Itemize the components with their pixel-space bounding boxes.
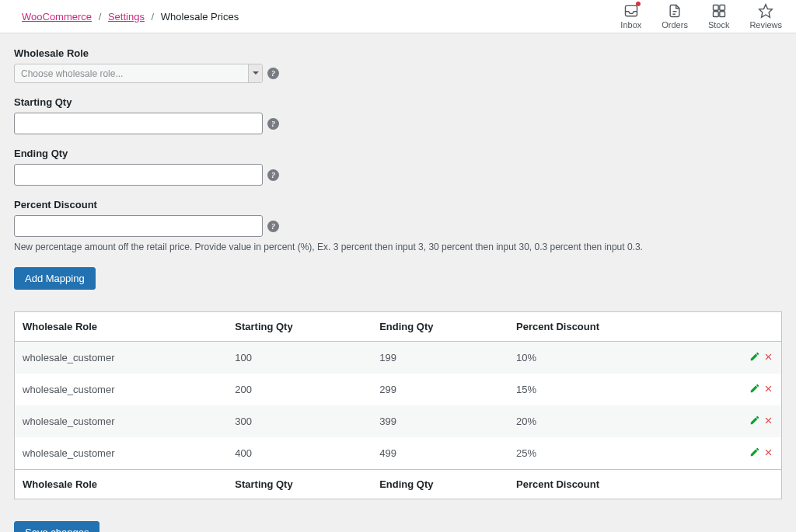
inbox-icon	[623, 3, 639, 19]
reviews-label: Reviews	[749, 20, 782, 30]
cell-actions	[703, 342, 781, 374]
notification-dot-icon	[636, 2, 641, 6]
orders-icon	[667, 3, 683, 19]
starting-qty-field: Starting Qty ?	[14, 96, 782, 134]
svg-rect-4	[719, 12, 724, 17]
tf-role: Wholesale Role	[15, 470, 228, 499]
inbox-action[interactable]: Inbox	[620, 3, 641, 30]
mappings-table: Wholesale Role Starting Qty Ending Qty P…	[14, 311, 782, 499]
inbox-label: Inbox	[620, 20, 641, 30]
cell-role: wholesale_customer	[15, 374, 228, 405]
ending-qty-input[interactable]	[14, 164, 263, 186]
delete-icon[interactable]	[763, 416, 773, 428]
breadcrumb-woocommerce[interactable]: WooCommerce	[22, 11, 92, 23]
cell-ending-qty: 499	[372, 437, 508, 470]
cell-role: wholesale_customer	[15, 437, 228, 470]
cell-ending-qty: 199	[372, 342, 508, 374]
chevron-down-icon	[248, 64, 262, 82]
help-icon[interactable]: ?	[267, 221, 279, 232]
wholesale-role-label: Wholesale Role	[14, 47, 782, 59]
save-changes-button[interactable]: Save changes	[14, 521, 100, 532]
help-icon[interactable]: ?	[267, 118, 279, 130]
stock-icon	[711, 3, 727, 19]
star-icon	[758, 3, 773, 19]
svg-rect-2	[719, 5, 724, 11]
cell-actions	[703, 437, 781, 470]
tf-ending-qty: Ending Qty	[372, 470, 508, 499]
delete-icon[interactable]	[763, 384, 773, 396]
table-body: wholesale_customer10019910%wholesale_cus…	[15, 342, 782, 470]
edit-icon[interactable]	[749, 383, 760, 396]
edit-icon[interactable]	[749, 351, 760, 364]
wholesale-role-field: Wholesale Role Choose wholesale role... …	[14, 47, 782, 83]
table-row: wholesale_customer40049925%	[15, 437, 782, 470]
svg-marker-5	[759, 5, 773, 18]
help-icon[interactable]: ?	[267, 68, 279, 79]
help-icon[interactable]: ?	[267, 169, 279, 181]
th-percent: Percent Discount	[508, 312, 703, 342]
table-row: wholesale_customer30039920%	[15, 405, 782, 437]
cell-percent: 15%	[508, 374, 703, 405]
breadcrumb-sep: /	[99, 11, 102, 23]
th-ending-qty: Ending Qty	[372, 312, 508, 342]
ending-qty-label: Ending Qty	[14, 148, 782, 159]
th-actions	[703, 312, 781, 342]
th-role: Wholesale Role	[15, 312, 228, 342]
cell-starting-qty: 300	[227, 405, 372, 437]
cell-starting-qty: 400	[227, 437, 372, 470]
starting-qty-input[interactable]	[14, 113, 263, 134]
svg-rect-3	[713, 12, 718, 17]
top-bar: WooCommerce / Settings / Wholesale Price…	[0, 0, 796, 33]
cell-percent: 20%	[508, 405, 703, 437]
starting-qty-label: Starting Qty	[14, 96, 782, 108]
cell-percent: 10%	[508, 342, 703, 374]
breadcrumb: WooCommerce / Settings / Wholesale Price…	[22, 11, 239, 23]
tf-actions	[703, 470, 781, 499]
cell-actions	[703, 405, 781, 437]
percent-discount-help-text: New percentage amount off the retail pri…	[14, 240, 782, 254]
delete-icon[interactable]	[763, 447, 773, 460]
add-mapping-button[interactable]: Add Mapping	[14, 267, 96, 290]
svg-rect-1	[713, 5, 718, 11]
ending-qty-field: Ending Qty ?	[14, 148, 782, 186]
breadcrumb-current: Wholesale Prices	[161, 11, 239, 23]
tf-starting-qty: Starting Qty	[227, 470, 372, 499]
stock-label: Stock	[708, 20, 730, 30]
cell-starting-qty: 100	[227, 342, 372, 374]
table-row: wholesale_customer20029915%	[15, 374, 782, 405]
reviews-action[interactable]: Reviews	[749, 3, 782, 30]
cell-role: wholesale_customer	[15, 405, 228, 437]
bottom-actions: Save changes	[14, 521, 782, 532]
cell-ending-qty: 299	[372, 374, 508, 405]
content: Wholesale Role Choose wholesale role... …	[0, 33, 796, 532]
breadcrumb-sep: /	[152, 11, 155, 23]
th-starting-qty: Starting Qty	[227, 312, 372, 342]
cell-percent: 25%	[508, 437, 703, 470]
table-row: wholesale_customer10019910%	[15, 342, 782, 374]
stock-action[interactable]: Stock	[708, 3, 730, 30]
edit-icon[interactable]	[749, 415, 760, 428]
wholesale-role-select[interactable]: Choose wholesale role...	[14, 64, 263, 83]
breadcrumb-settings[interactable]: Settings	[108, 11, 145, 23]
delete-icon[interactable]	[763, 352, 773, 364]
percent-discount-label: Percent Discount	[14, 199, 782, 210]
cell-actions	[703, 374, 781, 405]
orders-action[interactable]: Orders	[662, 3, 688, 30]
select-placeholder: Choose wholesale role...	[21, 68, 123, 79]
top-actions: Inbox Orders Stock	[620, 3, 782, 30]
cell-ending-qty: 399	[372, 405, 508, 437]
svg-rect-0	[625, 5, 637, 16]
cell-starting-qty: 200	[227, 374, 372, 405]
orders-label: Orders	[662, 20, 688, 30]
edit-icon[interactable]	[749, 447, 760, 460]
percent-discount-input[interactable]	[14, 215, 263, 237]
tf-percent: Percent Discount	[508, 470, 703, 499]
percent-discount-field: Percent Discount ? New percentage amount…	[14, 199, 782, 254]
cell-role: wholesale_customer	[15, 342, 228, 374]
